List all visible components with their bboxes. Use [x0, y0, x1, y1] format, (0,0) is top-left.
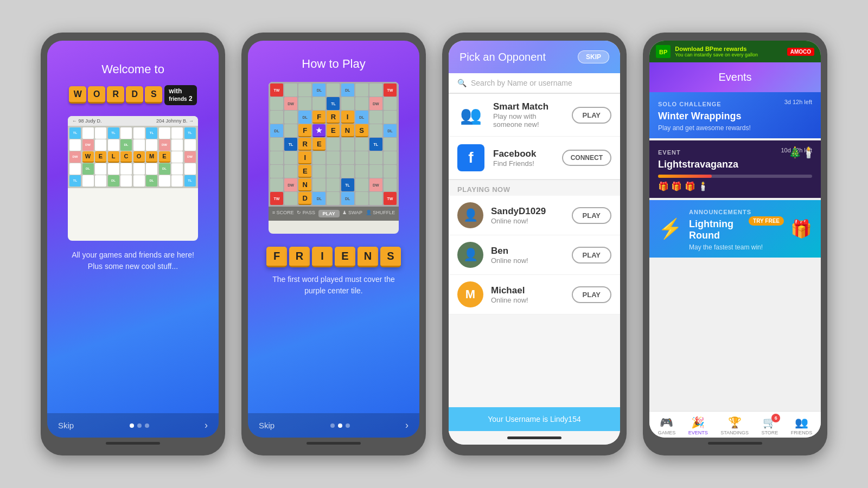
amoco-badge: AMOCO	[787, 48, 814, 56]
welcome-title: Welcome to	[101, 62, 164, 76]
opponent-title: Pick an Opponent	[459, 51, 546, 63]
how-to-play-title: How to Play	[302, 57, 365, 71]
home-bar-3	[507, 436, 561, 439]
phone2-screen: How to Play TW DL DL TW DW	[248, 41, 419, 438]
tile-s: S	[145, 86, 162, 104]
announcements-label: ANNOUNCEMENTS	[689, 209, 751, 215]
avatar-michael: M	[457, 281, 483, 307]
facebook-name: Facebook	[493, 149, 553, 159]
ad-banner[interactable]: BP Download BPme rewards You can instant…	[649, 41, 821, 62]
dot2-3	[346, 423, 350, 428]
playing-now-label: PLAYING NOW	[449, 180, 620, 196]
nav-friends[interactable]: 👥 FRIENDS	[791, 416, 813, 435]
username-bar: Your Username is Lindy154	[449, 407, 620, 431]
phone1-content: Welcome to W O R D S withfriends 2	[47, 41, 219, 413]
nav-friends-label: FRIENDS	[791, 430, 813, 435]
dot-indicators	[130, 423, 149, 428]
ad-sub: You can instantly save on every gallon	[675, 52, 758, 57]
letter-i: I	[312, 247, 333, 267]
phone3-footer	[449, 431, 620, 445]
tile-r: R	[107, 86, 124, 104]
player-name-michael: Michael	[491, 285, 564, 296]
nav-standings-label: STANDINGS	[720, 430, 749, 435]
play-ben-button[interactable]: PLAY	[572, 247, 611, 264]
play-sandy-button[interactable]: PLAY	[572, 207, 611, 224]
nav-store[interactable]: 🛒 6 STORE	[761, 416, 778, 435]
event-type-label: EVENT	[658, 149, 681, 156]
player-status-sandy: Online now!	[491, 217, 564, 225]
event-progress-bar	[658, 175, 712, 178]
ad-text: Download BPme rewards	[675, 46, 758, 52]
nav-games-label: GAMES	[658, 430, 676, 435]
board-preview: ← 98 Judy D. 204 Johnny B. → TL TL TL	[68, 116, 198, 241]
avatar-ben: 👤	[457, 242, 483, 268]
board-bottom-bar: ≡ SCORE ↻ PASS PLAY ♟ SWAP 👤 SHUFFLE	[269, 207, 399, 221]
letter-e: E	[335, 247, 355, 267]
smart-match-play-button[interactable]: PLAY	[572, 107, 611, 124]
smart-match-row[interactable]: 👥 Smart Match Play now with someone new!…	[449, 94, 620, 137]
player-row-michael[interactable]: M Michael Online now! PLAY	[449, 275, 620, 314]
standings-icon: 🏆	[728, 416, 742, 429]
home-bar-4	[708, 442, 762, 445]
main-board: TW DL DL TW DW TL	[269, 82, 399, 234]
phone-1: Welcome to W O R D S withfriends 2	[41, 33, 225, 455]
solo-type-label: SOLO CHALLENGE	[658, 101, 722, 107]
avatar-sandy: 👤	[457, 202, 483, 228]
search-bar[interactable]: 🔍 Search by Name or username	[449, 73, 620, 93]
letter-f: F	[266, 247, 287, 267]
solo-title: Winter Wrappings	[658, 111, 812, 122]
dot2-1	[330, 423, 335, 428]
facebook-info: Facebook Find Friends!	[493, 149, 553, 168]
lightstravaganza-card[interactable]: 🎄🕯️ EVENT 10d 12h left Lightstravaganza …	[649, 140, 821, 198]
tile-d: D	[126, 86, 143, 104]
dot-1	[130, 423, 134, 428]
event-title: Lightstravaganza	[658, 159, 812, 170]
htp-description: The first word played must cover thepurp…	[272, 274, 395, 297]
search-icon: 🔍	[457, 79, 467, 87]
facebook-row[interactable]: f Facebook Find Friends! CONNECT	[449, 137, 620, 179]
store-badge: 6	[771, 414, 780, 422]
nav-standings[interactable]: 🏆 STANDINGS	[720, 416, 749, 435]
solo-header-row: SOLO CHALLENGE 3d 12h left	[658, 99, 812, 108]
nav-events-label: EVENTS	[688, 430, 708, 435]
play-michael-button[interactable]: PLAY	[572, 286, 611, 303]
ad-content: Download BPme rewards You can instantly …	[675, 46, 758, 57]
player-status-michael: Online now!	[491, 296, 564, 304]
dot-3	[145, 423, 149, 428]
lightning-info: ANNOUNCEMENTS TRY FREE Lightning Round M…	[689, 207, 784, 251]
phone2-content: How to Play TW DL DL TW DW	[248, 41, 419, 413]
smart-match-info: Smart Match Play now with someone new!	[493, 101, 563, 129]
friends-icon: 👥	[795, 416, 808, 429]
player-name-ben: Ben	[491, 246, 564, 256]
event-icons: 🎁 🎁 🎁 🕯️	[658, 181, 812, 191]
next-arrow[interactable]: ›	[205, 420, 208, 431]
gift-icon: 🎁	[790, 219, 812, 239]
phone2-footer: Skip ›	[248, 413, 419, 438]
try-free-badge[interactable]: TRY FREE	[749, 216, 784, 226]
letters-row: F R I E N S	[266, 247, 401, 267]
player-row-ben[interactable]: 👤 Ben Online now! PLAY	[449, 235, 620, 275]
facebook-connect-button[interactable]: CONNECT	[562, 150, 611, 166]
player-row-sandy[interactable]: 👤 SandyD1029 Online now! PLAY	[449, 196, 620, 235]
smart-match-icon: 👥	[457, 101, 484, 129]
skip-opponent-button[interactable]: SKIP	[578, 50, 609, 63]
nav-events[interactable]: 🎉 EVENTS	[688, 416, 708, 435]
skip-button-2[interactable]: Skip	[259, 421, 275, 430]
bp-logo: BP	[656, 45, 671, 58]
solo-challenge-card[interactable]: SOLO CHALLENGE 3d 12h left Winter Wrappi…	[649, 92, 821, 138]
wwf-brand: withfriends 2	[164, 85, 196, 105]
letter-r: R	[289, 247, 310, 267]
lightning-desc: May the fastest team win!	[689, 243, 784, 251]
facebook-icon: f	[457, 144, 484, 171]
nav-games[interactable]: 🎮 GAMES	[658, 416, 676, 435]
dot-indicators-2	[330, 423, 350, 428]
solo-time: 3d 12h left	[784, 99, 812, 105]
opponent-header: Pick an Opponent SKIP	[449, 41, 620, 73]
board-header: ← 98 Judy D. 204 Johnny B. →	[68, 116, 198, 126]
nav-store-label: STORE	[761, 430, 778, 435]
announcements-card[interactable]: ⚡ ANNOUNCEMENTS TRY FREE Lightning Round…	[649, 200, 821, 258]
skip-button[interactable]: Skip	[58, 421, 74, 430]
events-icon: 🎉	[691, 416, 705, 429]
next-arrow-2[interactable]: ›	[405, 420, 409, 431]
phone-2: How to Play TW DL DL TW DW	[241, 33, 426, 455]
